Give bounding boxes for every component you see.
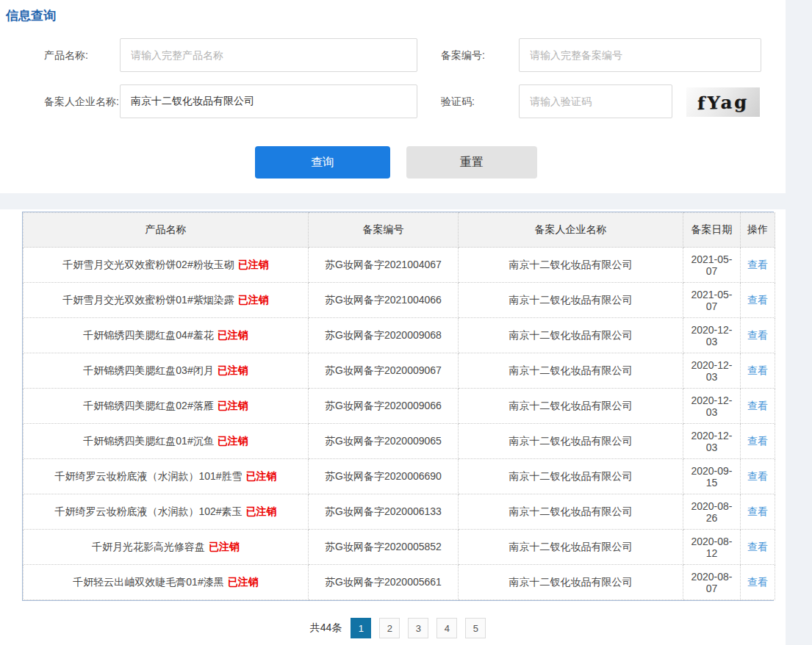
product-cell: 千妍锦绣四美腮红盘02#落雁已注销 [24, 389, 309, 424]
column-header: 备案编号 [309, 213, 459, 248]
company-cell: 南京十二钗化妆品有限公司 [459, 424, 683, 459]
action-cell: 查看 [741, 424, 775, 459]
action-cell: 查看 [741, 530, 775, 565]
table-row: 千妍锦绣四美腮红盘02#落雁已注销苏G妆网备字2020009066南京十二钗化妆… [24, 389, 775, 424]
product-cell: 千妍锦绣四美腮红盘03#闭月已注销 [24, 353, 309, 389]
product-name: 千妍轻云出岫双效睫毛膏01#漆黑 [73, 576, 223, 588]
action-cell: 查看 [741, 459, 775, 494]
company-name-label: 备案人企业名称: [44, 84, 119, 118]
status-cancelled: 已注销 [246, 505, 277, 517]
action-cell: 查看 [741, 565, 775, 600]
product-cell: 千妍雪月交光双效蜜粉饼02#粉妆玉砌已注销 [24, 248, 309, 283]
registration-number-cell: 苏G妆网备字2020009065 [309, 424, 459, 459]
date-cell: 2020-08-07 [683, 565, 741, 600]
status-cancelled: 已注销 [246, 470, 277, 482]
company-cell: 南京十二钗化妆品有限公司 [459, 248, 683, 283]
action-cell: 查看 [741, 283, 775, 318]
view-link[interactable]: 查看 [747, 329, 768, 341]
page-button-3[interactable]: 3 [408, 618, 428, 638]
column-header: 操作 [741, 213, 775, 248]
product-cell: 千妍锦绣四美腮红盘01#沉鱼已注销 [24, 424, 309, 459]
table-row: 千妍雪月交光双效蜜粉饼01#紫烟染露已注销苏G妆网备字2021004066南京十… [24, 283, 775, 318]
company-cell: 南京十二钗化妆品有限公司 [459, 494, 683, 530]
date-cell: 2020-09-15 [683, 459, 741, 494]
page-title: 信息查询 [6, 7, 56, 24]
table-body: 千妍雪月交光双效蜜粉饼02#粉妆玉砌已注销苏G妆网备字2021004067南京十… [24, 248, 775, 600]
date-cell: 2021-05-07 [683, 283, 741, 318]
product-name-label: 产品名称: [44, 38, 88, 72]
registration-number-cell: 苏G妆网备字2020006133 [309, 494, 459, 530]
registration-number-cell: 苏G妆网备字2020005852 [309, 530, 459, 565]
status-cancelled: 已注销 [238, 294, 269, 306]
table-row: 千妍锦绣四美腮红盘03#闭月已注销苏G妆网备字2020009067南京十二钗化妆… [24, 353, 775, 389]
product-name: 千妍锦绣四美腮红盘01#沉鱼 [83, 435, 213, 447]
captcha-input[interactable] [519, 84, 672, 118]
status-cancelled: 已注销 [218, 329, 248, 341]
view-link[interactable]: 查看 [747, 259, 768, 270]
product-name: 千妍绮罗云妆粉底液（水润款）101#胜雪 [54, 470, 242, 482]
product-name: 千妍月光花影高光修容盘 [92, 541, 205, 552]
page-button-5[interactable]: 5 [465, 618, 486, 638]
registration-number-cell: 苏G妆网备字2020005661 [309, 565, 459, 600]
table-row: 千妍绮罗云妆粉底液（水润款）101#胜雪已注销苏G妆网备字2020006690南… [24, 459, 775, 494]
table-header-row: 产品名称备案编号备案人企业名称备案日期操作 [24, 213, 775, 248]
table-row: 千妍轻云出岫双效睫毛膏01#漆黑已注销苏G妆网备字2020005661南京十二钗… [24, 565, 775, 600]
table-row: 千妍绮罗云妆粉底液（水润款）102#素玉已注销苏G妆网备字2020006133南… [24, 494, 775, 530]
date-cell: 2020-08-26 [683, 494, 741, 530]
view-link[interactable]: 查看 [747, 294, 768, 306]
company-cell: 南京十二钗化妆品有限公司 [459, 353, 683, 389]
total-count: 共44条 [310, 621, 342, 635]
status-cancelled: 已注销 [209, 541, 240, 552]
page-button-1[interactable]: 1 [351, 618, 371, 638]
company-name-input[interactable] [120, 84, 417, 118]
captcha-label: 验证码: [441, 84, 475, 118]
registration-no-input[interactable] [519, 38, 761, 72]
results-table: 产品名称备案编号备案人企业名称备案日期操作 千妍雪月交光双效蜜粉饼02#粉妆玉砌… [22, 212, 774, 601]
product-name: 千妍锦绣四美腮红盘04#羞花 [83, 329, 213, 341]
action-cell: 查看 [741, 353, 775, 389]
product-name-input[interactable] [120, 38, 417, 72]
table-row: 千妍锦绣四美腮红盘04#羞花已注销苏G妆网备字2020009068南京十二钗化妆… [24, 318, 775, 353]
registration-number-cell: 苏G妆网备字2020006690 [309, 459, 459, 494]
company-cell: 南京十二钗化妆品有限公司 [459, 389, 683, 424]
registration-no-label: 备案编号: [441, 38, 485, 72]
status-cancelled: 已注销 [218, 435, 248, 447]
product-cell: 千妍锦绣四美腮红盘04#羞花已注销 [24, 318, 309, 353]
right-gutter [786, 0, 812, 645]
company-cell: 南京十二钗化妆品有限公司 [459, 530, 683, 565]
page-button-4[interactable]: 4 [436, 618, 457, 638]
view-link[interactable]: 查看 [747, 470, 768, 482]
registration-number-cell: 苏G妆网备字2020009068 [309, 318, 459, 353]
action-cell: 查看 [741, 318, 775, 353]
view-link[interactable]: 查看 [747, 505, 768, 517]
registration-number-cell: 苏G妆网备字2021004066 [309, 283, 459, 318]
action-cell: 查看 [741, 389, 775, 424]
page-button-2[interactable]: 2 [379, 618, 400, 638]
column-header: 备案人企业名称 [459, 213, 683, 248]
column-header: 备案日期 [683, 213, 741, 248]
section-divider [0, 193, 812, 209]
query-button[interactable]: 查询 [255, 146, 390, 179]
date-cell: 2020-08-12 [683, 530, 741, 565]
company-cell: 南京十二钗化妆品有限公司 [459, 283, 683, 318]
reset-button[interactable]: 重置 [406, 146, 537, 179]
product-cell: 千妍雪月交光双效蜜粉饼01#紫烟染露已注销 [24, 283, 309, 318]
date-cell: 2020-12-03 [683, 318, 741, 353]
action-cell: 查看 [741, 248, 775, 283]
table-row: 千妍月光花影高光修容盘已注销苏G妆网备字2020005852南京十二钗化妆品有限… [24, 530, 775, 565]
captcha-image[interactable]: fYag [686, 87, 760, 117]
company-cell: 南京十二钗化妆品有限公司 [459, 565, 683, 600]
view-link[interactable]: 查看 [747, 400, 768, 411]
captcha-text: fYag [697, 90, 750, 113]
company-cell: 南京十二钗化妆品有限公司 [459, 318, 683, 353]
product-name: 千妍锦绣四美腮红盘03#闭月 [83, 364, 213, 376]
view-link[interactable]: 查看 [747, 576, 768, 588]
product-name: 千妍绮罗云妆粉底液（水润款）102#素玉 [54, 505, 242, 517]
product-cell: 千妍月光花影高光修容盘已注销 [24, 530, 309, 565]
action-cell: 查看 [741, 494, 775, 530]
view-link[interactable]: 查看 [747, 364, 768, 376]
registration-number-cell: 苏G妆网备字2021004067 [309, 248, 459, 283]
view-link[interactable]: 查看 [747, 435, 768, 447]
product-name: 千妍雪月交光双效蜜粉饼01#紫烟染露 [62, 294, 234, 306]
view-link[interactable]: 查看 [747, 541, 768, 552]
